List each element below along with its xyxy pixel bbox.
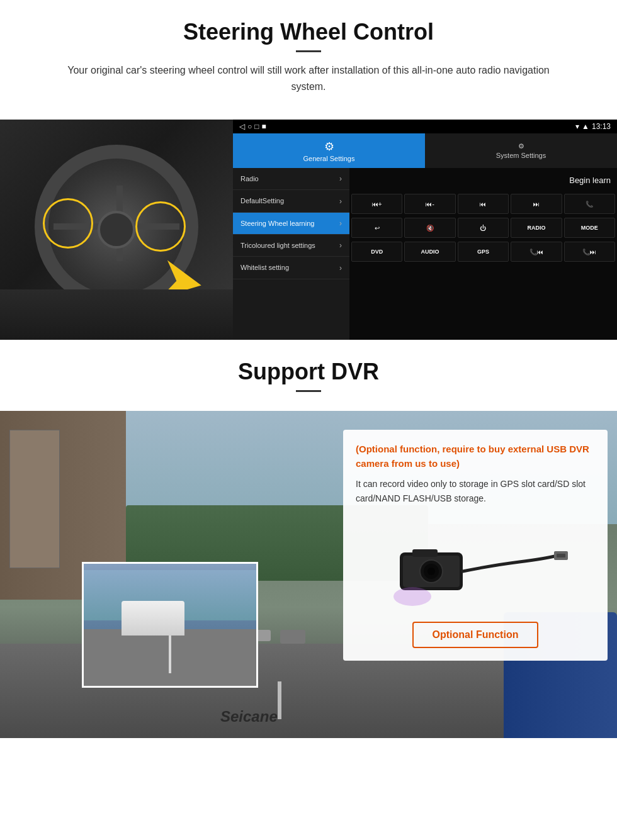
car-3 xyxy=(280,630,305,644)
phone-prev-icon: 📞⏮ xyxy=(529,249,543,255)
ctrl-vol-up[interactable]: ⏮+ xyxy=(351,194,402,214)
highlight-left xyxy=(43,198,93,249)
svg-point-7 xyxy=(393,587,431,606)
title-divider xyxy=(296,50,321,52)
chevron-icon-3: › xyxy=(339,219,342,228)
steering-content-area: ◁ ○ □ ■ ▾ ▲ 13:13 ⚙ General Settings ⚙ S… xyxy=(0,120,617,340)
ctrl-hangup[interactable]: ↩ xyxy=(351,218,402,238)
audio-label: AUDIO xyxy=(421,249,439,255)
menu-item-steering[interactable]: Steering Wheel learning › xyxy=(233,213,349,235)
jeep-vehicle xyxy=(122,601,184,636)
phone-icon: 📞 xyxy=(586,201,593,208)
ctrl-dvd[interactable]: DVD xyxy=(351,242,402,262)
control-grid-row3: DVD AUDIO GPS 📞⏮ 📞⏭ xyxy=(349,240,617,264)
nav-home-icon: ○ xyxy=(247,122,252,131)
menu-steering-label: Steering Wheel learning xyxy=(241,219,314,228)
dvr-info-panel: (Optional function, require to buy exter… xyxy=(343,430,608,661)
phone-next-icon: 📞⏭ xyxy=(582,249,596,255)
road-marking xyxy=(278,681,281,719)
building-left-2 xyxy=(9,430,60,568)
chevron-icon-2: › xyxy=(339,197,342,206)
vol-up-icon: ⏮+ xyxy=(372,201,382,208)
tab-system-label: System Settings xyxy=(496,152,546,159)
signal-icon: ▲ xyxy=(582,122,589,131)
chevron-icon: › xyxy=(339,174,342,183)
prev-icon: ⏮ xyxy=(480,201,486,208)
wifi-icon: ▾ xyxy=(575,122,579,131)
steering-description: Your original car's steering wheel contr… xyxy=(50,62,567,94)
menu-radio-label: Radio xyxy=(241,174,259,183)
menu-controls-area: Radio › DefaultSetting › Steering Wheel … xyxy=(233,168,617,340)
ctrl-phone[interactable]: 📞 xyxy=(564,194,615,214)
tab-system[interactable]: ⚙ System Settings xyxy=(425,133,617,168)
dvr-header: Support DVR xyxy=(0,340,617,411)
dvr-title-divider xyxy=(296,390,321,392)
dvr-optional-text: (Optional function, require to buy exter… xyxy=(356,442,595,471)
svg-point-5 xyxy=(427,568,435,575)
menu-item-whitelist[interactable]: Whitelist setting › xyxy=(233,257,349,279)
dvr-camera-area xyxy=(356,515,595,615)
dvr-background-image: (Optional function, require to buy exter… xyxy=(0,411,617,738)
optional-function-button[interactable]: Optional Function xyxy=(412,622,539,648)
radio-label: RADIO xyxy=(527,225,545,231)
ctrl-prev[interactable]: ⏮ xyxy=(458,194,509,214)
dvr-title: Support DVR xyxy=(25,359,592,385)
ctrl-phone-next[interactable]: 📞⏭ xyxy=(564,242,615,262)
steering-photo xyxy=(0,120,233,340)
svg-rect-6 xyxy=(412,549,438,557)
dvr-screenshot-inset xyxy=(82,562,258,688)
menu-item-defaultsetting[interactable]: DefaultSetting › xyxy=(233,190,349,212)
ctrl-mute[interactable]: 🔇 xyxy=(404,218,455,238)
menu-default-label: DefaultSetting xyxy=(241,196,284,205)
optional-function-area: Optional Function xyxy=(356,619,595,648)
menu-item-tricoloured[interactable]: Tricoloured light settings › xyxy=(233,235,349,257)
hangup-icon: ↩ xyxy=(375,225,380,232)
dashboard-bg xyxy=(0,289,233,340)
ctrl-next[interactable]: ⏭ xyxy=(511,194,562,214)
tab-general-label: General Settings xyxy=(303,155,355,162)
steering-section: Steering Wheel Control Your original car… xyxy=(0,0,617,120)
seicane-brand-text: Seicane xyxy=(220,708,278,725)
power-icon: ⏻ xyxy=(480,225,486,232)
begin-learn-button[interactable]: Begin learn xyxy=(569,176,611,185)
mute-icon: 🔇 xyxy=(426,225,434,232)
menu-tricoloured-label: Tricoloured light settings xyxy=(241,241,315,250)
dvr-camera-illustration xyxy=(381,521,570,609)
seicane-logo-area: Seicane xyxy=(220,708,278,725)
menu-whitelist-label: Whitelist setting xyxy=(241,263,289,272)
chevron-icon-4: › xyxy=(339,241,342,250)
vol-down-icon: ⏮- xyxy=(426,201,434,208)
ctrl-gps[interactable]: GPS xyxy=(458,242,509,262)
gear-icon: ⚙ xyxy=(324,140,334,154)
ctrl-vol-down[interactable]: ⏮- xyxy=(404,194,455,214)
dvr-section: Support DVR xyxy=(0,340,617,738)
status-time: 13:13 xyxy=(592,122,611,131)
ctrl-phone-prev[interactable]: 📞⏮ xyxy=(511,242,562,262)
right-controls-panel: Begin learn ⏮+ ⏮- ⏮ ⏭ xyxy=(349,168,617,340)
ctrl-radio[interactable]: RADIO xyxy=(511,218,562,238)
nav-recent-icon: □ xyxy=(254,122,259,131)
system-icon: ⚙ xyxy=(518,142,524,150)
steering-hub xyxy=(98,211,135,249)
tab-general[interactable]: ⚙ General Settings xyxy=(233,133,425,168)
control-grid-row1: ⏮+ ⏮- ⏮ ⏭ 📞 xyxy=(349,192,617,216)
highlight-right xyxy=(135,201,186,252)
chevron-icon-5: › xyxy=(339,264,342,272)
control-grid-row2: ↩ 🔇 ⏻ RADIO MODE xyxy=(349,216,617,240)
android-ui-panel: ◁ ○ □ ■ ▾ ▲ 13:13 ⚙ General Settings ⚙ S… xyxy=(233,120,617,340)
dvr-description: It can record video only to storage in G… xyxy=(356,477,595,505)
menu-item-radio[interactable]: Radio › xyxy=(233,168,349,190)
ctrl-audio[interactable]: AUDIO xyxy=(404,242,455,262)
dvr-screenshot-bg xyxy=(84,564,256,686)
gps-label: GPS xyxy=(477,249,489,255)
ctrl-power[interactable]: ⏻ xyxy=(458,218,509,238)
left-menu: Radio › DefaultSetting › Steering Wheel … xyxy=(233,168,349,340)
ctrl-mode[interactable]: MODE xyxy=(564,218,615,238)
android-statusbar: ◁ ○ □ ■ ▾ ▲ 13:13 xyxy=(233,120,617,133)
dvd-label: DVD xyxy=(371,249,383,255)
mode-label: MODE xyxy=(581,225,598,231)
svg-rect-9 xyxy=(557,554,565,557)
settings-tabs[interactable]: ⚙ General Settings ⚙ System Settings xyxy=(233,133,617,168)
nav-menu-icon: ■ xyxy=(262,122,266,131)
nav-back-icon: ◁ xyxy=(239,122,245,131)
